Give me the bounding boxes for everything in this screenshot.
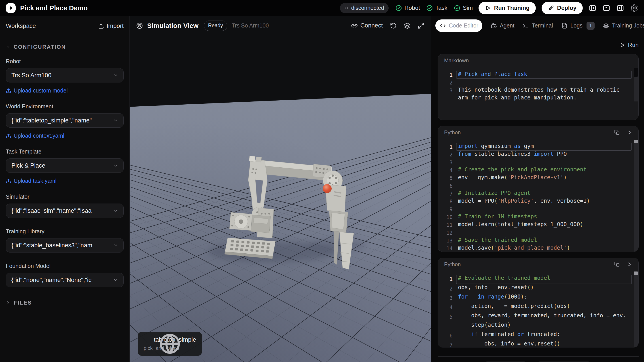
configuration-section-toggle[interactable]: CONFIGURATION — [6, 44, 124, 50]
simulation-panel: Simulation View Ready Trs So Arm100 Conn… — [130, 16, 431, 362]
files-section-toggle[interactable]: FILES — [6, 300, 124, 306]
line-content — [456, 79, 632, 86]
cell-scrollbar[interactable] — [634, 140, 638, 252]
tab-terminal[interactable]: Terminal — [522, 22, 553, 29]
upload-icon — [6, 178, 11, 184]
layers-icon[interactable] — [404, 22, 410, 29]
select-value: {"id":"isaac_sim","name":"Isaa — [12, 207, 110, 214]
run-training-button[interactable]: Run Training — [478, 2, 536, 14]
config-field-task-template: Task TemplatePick & PlaceUpload task.yam… — [6, 148, 124, 184]
tab-logs[interactable]: Logs1 — [561, 22, 594, 30]
config-field-simulator: Simulator{"id":"isaac_sim","name":"Isaa — [6, 194, 124, 218]
check-circle-icon — [395, 5, 402, 11]
line-number: 2 — [438, 286, 458, 292]
fullscreen-icon[interactable] — [418, 22, 424, 29]
chevron-down-icon — [113, 278, 118, 283]
cell-scrollbar[interactable] — [634, 272, 638, 348]
line-number: 1 — [438, 144, 458, 150]
code-line: 13# Save the trained model — [438, 237, 638, 245]
line-content: This notebook demonstrates how to train … — [456, 86, 632, 94]
bot-icon — [490, 22, 497, 29]
line-number: 3 — [438, 88, 458, 93]
select-foundation-model[interactable]: {"id":"none","name":"None","ic — [6, 273, 124, 287]
toggle-left-panel-icon[interactable] — [588, 4, 596, 12]
line-number: 12 — [438, 230, 458, 236]
configuration-label: CONFIGURATION — [14, 44, 66, 50]
simulation-viewport[interactable]: tabletop_simple pick_and_place — [130, 35, 431, 362]
code-editor-area[interactable]: 1import gymnasium as gym2from stable_bas… — [438, 139, 638, 252]
toggle-right-panel-icon[interactable] — [616, 4, 624, 12]
line-number: 5 — [438, 175, 458, 181]
code-line: 6 if terminated or truncated: — [438, 331, 638, 340]
top-bar-controls: disconnected RobotTaskSim Run Training D… — [340, 2, 638, 14]
tab-label: Code Editor — [449, 22, 478, 29]
scrollbar-thumb[interactable] — [634, 68, 638, 77]
notebook-cell-3: Python1# Evaluate the trained model2obs,… — [438, 258, 639, 348]
code-line: 4# Create the pick and place environment — [438, 166, 638, 174]
readiness-checks: RobotTaskSim — [395, 4, 473, 11]
line-content: import gymnasium as gym — [456, 143, 632, 151]
field-label: World Environment — [6, 103, 124, 110]
line-content — [456, 205, 632, 213]
environment-overlay-badge: tabletop_simple pick_and_place — [138, 332, 202, 356]
line-content: arm for pick and place manipulation. — [456, 94, 632, 102]
toggle-bottom-panel-icon[interactable] — [602, 4, 610, 12]
upload-icon — [6, 88, 11, 93]
field-label: Task Template — [6, 148, 124, 155]
copy-icon[interactable] — [614, 261, 620, 267]
code-line: 11model.learn(total_timesteps=1_000_000) — [438, 221, 638, 229]
scrollbar-thumb[interactable] — [634, 140, 638, 143]
copy-icon[interactable] — [614, 130, 620, 135]
cell-header: Python — [438, 126, 638, 139]
code-editor-area[interactable]: 1# Pick and Place Task23This notebook de… — [438, 67, 638, 102]
deploy-button[interactable]: Deploy — [542, 2, 583, 14]
import-button[interactable]: Import — [98, 22, 124, 29]
tab-code-editor[interactable]: Code Editor — [435, 19, 482, 32]
connect-button[interactable]: Connect — [351, 22, 383, 29]
settings-gear-icon[interactable] — [630, 4, 638, 12]
code-line: arm for pick and place manipulation. — [438, 94, 638, 102]
scrollbar-thumb[interactable] — [634, 272, 638, 275]
line-number: 7 — [438, 342, 458, 348]
link-upload-task-yaml[interactable]: Upload task.yaml — [6, 178, 124, 184]
cell-language-label: Python — [444, 261, 461, 268]
tab-badge: 1 — [586, 22, 594, 30]
reset-view-icon[interactable] — [390, 22, 397, 29]
select-robot[interactable]: Trs So Arm100 — [6, 68, 124, 82]
select-world-environment[interactable]: {"id":"tabletop_simple","name" — [6, 113, 124, 128]
code-line: 1# Pick and Place Task — [438, 71, 638, 79]
link-upload-context-yaml[interactable]: Upload context.yaml — [6, 132, 124, 139]
config-field-foundation-model: Foundation Model{"id":"none","name":"Non… — [6, 263, 124, 287]
code-line: 8model = PPO('MlpPolicy', env, verbose=1… — [438, 198, 638, 205]
select-training-library[interactable]: {"id":"stable_baselines3","nam — [6, 238, 124, 253]
link-label: Upload task.yaml — [14, 178, 56, 184]
tab-label: Terminal — [532, 22, 553, 29]
line-content: if terminated or truncated: — [456, 331, 632, 340]
line-number: 9 — [438, 206, 458, 212]
run-all-button[interactable]: Run — [438, 41, 639, 48]
select-task-template[interactable]: Pick & Place — [6, 158, 124, 173]
tab-training-jobs[interactable]: Training Jobs — [603, 22, 644, 29]
code-line: 9 — [438, 205, 638, 213]
config-field-training-library: Training Library{"id":"stable_baselines3… — [6, 228, 124, 253]
configuration-fields: RobotTrs So Arm100Upload custom modelWor… — [6, 58, 124, 287]
tab-agent[interactable]: Agent — [490, 22, 514, 29]
connect-label: Connect — [360, 22, 383, 29]
line-content: obs, info = env.reset() — [456, 284, 632, 293]
line-content: env = gym.make('PickAndPlace-v1') — [456, 174, 632, 182]
target-ball — [323, 184, 332, 193]
cell-language-label: Python — [444, 129, 461, 136]
cell-scrollbar[interactable] — [634, 68, 638, 101]
run-cell-icon[interactable] — [626, 130, 632, 135]
target-icon — [136, 22, 143, 29]
cpu-icon — [603, 22, 609, 29]
field-label: Simulator — [6, 194, 124, 200]
run-cell-icon[interactable] — [626, 261, 632, 267]
link-upload-custom-model[interactable]: Upload custom model — [6, 87, 124, 94]
sim-robot-name: Trs So Arm100 — [232, 22, 269, 29]
code-editor-area[interactable]: 1# Evaluate the trained model2obs, info … — [438, 271, 638, 348]
code-line: 2obs, info = env.reset() — [438, 284, 638, 293]
code-line: step(action) — [438, 322, 638, 331]
chevron-down-icon — [113, 243, 118, 248]
select-simulator[interactable]: {"id":"isaac_sim","name":"Isaa — [6, 204, 124, 218]
